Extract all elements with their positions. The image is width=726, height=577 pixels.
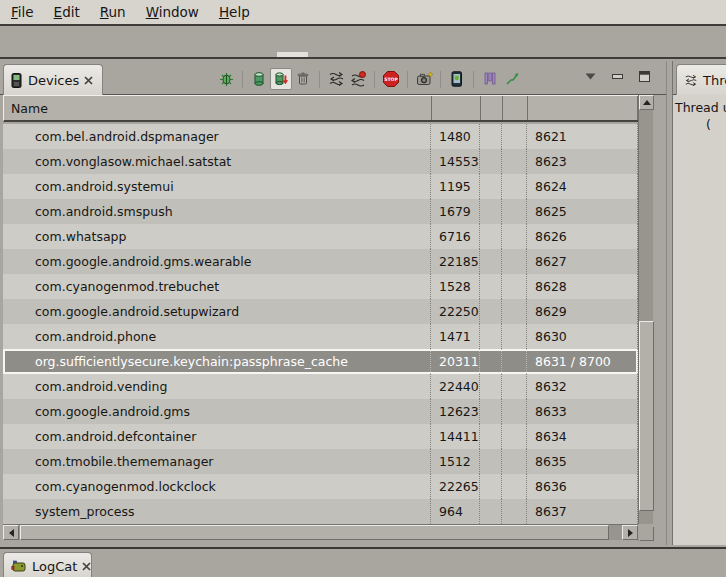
tab-logcat[interactable]: LogCat (3, 552, 92, 577)
pane-resize-sash[interactable] (666, 61, 673, 545)
table-row[interactable]: com.tmobile.thememanager15128635 (3, 449, 638, 474)
column-header-col3[interactable] (503, 96, 528, 120)
devices-toolbar: STOP (215, 66, 523, 92)
scrollbar-corner (638, 524, 653, 540)
scroll-left-button[interactable] (3, 525, 19, 540)
tab-threads[interactable]: Threa (676, 64, 726, 95)
toolbar-drag-handle[interactable] (277, 52, 308, 57)
tab-logcat-label: LogCat (32, 559, 77, 574)
systrace-icon[interactable] (479, 68, 501, 90)
menu-item-run[interactable]: Run (91, 1, 137, 23)
ddms-window: FileEditRunWindowHelp Devices (0, 0, 726, 577)
cell-name: org.sufficientlysecure.keychain:passphra… (3, 349, 431, 374)
cell-empty1 (480, 449, 502, 474)
cell-name: system_process (3, 499, 431, 524)
logcat-strip: LogCat (0, 547, 726, 577)
vertical-scrollbar-thumb[interactable] (639, 321, 654, 511)
column-header-col2[interactable] (481, 96, 503, 120)
table-row[interactable]: com.android.defcontainer144118634 (3, 424, 638, 449)
stop-process-icon[interactable]: STOP (380, 68, 402, 90)
cell-pid: 1471 (431, 324, 480, 349)
table-row[interactable]: com.cyanogenmod.lockclock222658636 (3, 474, 638, 499)
view-hierarchy-icon[interactable] (446, 68, 468, 90)
column-header-name[interactable]: Name (4, 96, 432, 120)
cell-pid: 22250 (431, 299, 480, 324)
svg-text:STOP: STOP (384, 77, 398, 82)
cell-port: 8626 (527, 224, 638, 249)
column-header-col4[interactable] (528, 96, 638, 120)
cell-pid: 22265 (431, 474, 480, 499)
horizontal-scrollbar-thumb[interactable] (20, 525, 609, 540)
cell-pid: 6716 (431, 224, 480, 249)
method-profiling-icon[interactable] (347, 68, 369, 90)
cell-empty1 (480, 374, 502, 399)
cell-pid: 22185 (431, 249, 480, 274)
cell-empty2 (502, 199, 527, 224)
scroll-right-button[interactable] (622, 525, 638, 540)
table-row[interactable]: com.google.android.gms.wearable221858627 (3, 249, 638, 274)
update-heap-icon[interactable] (248, 68, 270, 90)
tab-threads-label: Threa (703, 73, 726, 88)
cell-port: 8621 (527, 124, 638, 149)
cell-port: 8627 (527, 249, 638, 274)
cell-name: com.bel.android.dspmanager (3, 124, 431, 149)
cell-port: 8637 (527, 499, 638, 524)
cell-port: 8632 (527, 374, 638, 399)
table-row[interactable]: com.android.smspush16798625 (3, 199, 638, 224)
menu-item-window[interactable]: Window (137, 1, 210, 23)
cell-pid: 20311 (431, 349, 480, 374)
cell-empty1 (480, 224, 502, 249)
dump-hprof-icon[interactable] (270, 68, 292, 90)
cause-gc-icon[interactable] (292, 68, 314, 90)
threads-tab-row: Threa (673, 61, 726, 95)
view-menu-icon[interactable] (582, 68, 599, 85)
cell-name: com.android.defcontainer (3, 424, 431, 449)
table-row[interactable]: com.android.systemui11958624 (3, 174, 638, 199)
cell-name: com.cyanogenmod.trebuchet (3, 274, 431, 299)
main-toolbar-strip (0, 28, 726, 59)
table-row[interactable]: com.cyanogenmod.trebuchet15288628 (3, 274, 638, 299)
view-window-controls (582, 68, 653, 85)
debug-icon[interactable] (215, 68, 237, 90)
cell-empty2 (502, 324, 527, 349)
table-row[interactable]: com.bel.android.dspmanager14808621 (3, 124, 638, 149)
cell-empty2 (502, 149, 527, 174)
close-icon[interactable] (84, 76, 93, 85)
table-row[interactable]: com.vonglasow.michael.satstat145538623 (3, 149, 638, 174)
cell-empty2 (502, 399, 527, 424)
cell-port: 8636 (527, 474, 638, 499)
horizontal-scrollbar[interactable] (3, 524, 638, 540)
column-header-col1[interactable] (432, 96, 481, 120)
cell-pid: 22440 (431, 374, 480, 399)
table-row[interactable]: com.google.android.setupwizard222508629 (3, 299, 638, 324)
table-row[interactable]: com.google.android.gms126238633 (3, 399, 638, 424)
cell-empty1 (480, 274, 502, 299)
maximize-icon[interactable] (636, 68, 653, 85)
cell-port: 8635 (527, 449, 638, 474)
cell-port: 8634 (527, 424, 638, 449)
update-threads-icon[interactable] (325, 68, 347, 90)
cell-empty2 (502, 474, 527, 499)
menu-item-file[interactable]: File (2, 1, 45, 23)
minimize-icon[interactable] (609, 68, 626, 85)
cell-empty2 (502, 274, 527, 299)
cell-empty1 (480, 124, 502, 149)
menu-item-help[interactable]: Help (210, 1, 261, 23)
table-row[interactable]: system_process9648637 (3, 499, 638, 524)
table-row[interactable]: com.whatsapp67168626 (3, 224, 638, 249)
arrow-right-icon (628, 529, 633, 537)
close-icon[interactable] (82, 562, 91, 571)
cell-name: com.whatsapp (3, 224, 431, 249)
table-row[interactable]: com.android.vending224408632 (3, 374, 638, 399)
table-row[interactable]: com.android.phone14718630 (3, 324, 638, 349)
cell-empty1 (480, 499, 502, 524)
tab-devices[interactable]: Devices (3, 64, 103, 95)
cell-port: 8630 (527, 324, 638, 349)
vertical-scrollbar[interactable] (638, 95, 653, 541)
scroll-up-button[interactable] (639, 95, 654, 110)
tab-devices-label: Devices (28, 73, 79, 88)
table-row[interactable]: org.sufficientlysecure.keychain:passphra… (3, 349, 638, 374)
opengl-trace-icon[interactable] (501, 68, 523, 90)
menu-item-edit[interactable]: Edit (45, 1, 91, 23)
screen-capture-icon[interactable] (413, 68, 435, 90)
